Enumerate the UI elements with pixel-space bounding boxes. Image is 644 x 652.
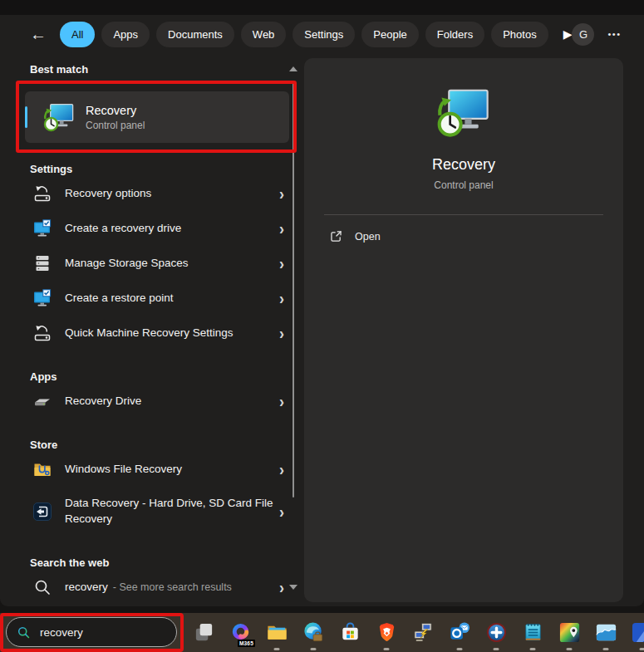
more-filters-icon[interactable]: ▶ [563,27,573,41]
preview-divider [324,214,603,215]
m365-badge: M365 [238,640,255,647]
quick-machine-recovery-icon [32,322,53,344]
recovery-control-panel-icon [43,103,75,132]
best-match-text: Recovery Control panel [86,104,145,131]
filter-tabs: All Apps Documents Web Settings People F… [60,22,572,47]
recovery-options-icon [32,183,53,204]
chevron-right-icon: › [279,579,284,596]
selection-accent-bar [25,106,27,128]
scrollbar-thumb[interactable] [293,82,294,498]
tab-photos[interactable]: Photos [491,22,548,47]
edge-browser-icon[interactable] [302,615,325,651]
result-label: Data Recovery - Hard Drive, SD Card File… [65,496,279,527]
open-external-icon [329,229,343,243]
running-indicator [567,648,573,650]
chevron-right-icon: › [279,185,284,203]
result-recovery-drive-app[interactable]: Recovery Drive › [17,384,296,419]
taskbar-search-input[interactable] [38,625,166,640]
outlook-icon[interactable] [448,615,471,651]
result-label: Create a restore point [65,291,179,306]
waveform-app-icon[interactable] [594,615,617,651]
tab-folders[interactable]: Folders [425,22,484,47]
result-create-recovery-drive[interactable]: Create a recovery drive › [17,211,296,246]
header-right-group: G ••• [572,23,621,46]
result-windows-file-recovery[interactable]: Windows File Recovery › [17,452,296,487]
search-filter-bar: ← All Apps Documents Web Settings People… [0,18,644,50]
taskbar: M365 [0,613,644,652]
taskbar-icons: M365 [192,613,644,652]
photos-pin-icon[interactable] [558,615,581,651]
running-indicator [640,648,644,650]
section-header-apps: Apps [17,369,296,384]
tab-people[interactable]: People [361,22,418,47]
running-indicator [494,648,499,650]
chevron-right-icon: › [279,393,284,410]
brave-browser-icon[interactable] [375,615,398,651]
preview-title: Recovery [432,156,495,174]
result-label: Recovery Drive [65,394,146,409]
preview-subtitle: Control panel [434,179,493,191]
m365-copilot-icon[interactable]: M365 [229,615,252,651]
chevron-right-icon: › [279,325,284,342]
running-indicator [384,648,390,650]
windows-file-recovery-icon [32,458,53,480]
taskbar-search-box[interactable] [6,617,177,647]
result-create-restore-point[interactable]: Create a restore point › [17,281,296,316]
running-indicator [530,648,536,650]
hard-drive-icon [32,390,53,412]
running-indicator [274,648,280,650]
search-icon [32,576,53,598]
task-view-icon[interactable] [192,615,215,651]
running-indicator [457,648,463,650]
back-arrow-icon[interactable]: ← [30,25,47,44]
data-recovery-icon [32,501,53,522]
result-data-recovery[interactable]: Data Recovery - Hard Drive, SD Card File… [17,487,296,537]
tab-all[interactable]: All [60,22,95,47]
result-quick-machine-recovery[interactable]: Quick Machine Recovery Settings › [17,316,296,351]
recovery-control-panel-icon [436,88,491,138]
open-action[interactable]: Open [329,229,381,243]
chevron-right-icon: › [279,503,284,521]
scrollbar-up-arrow-icon[interactable] [289,66,297,71]
result-label: Windows File Recovery [65,462,187,478]
scrollbar-down-arrow-icon[interactable] [289,585,297,590]
section-header-store: Store [17,437,296,452]
results-list: Best match Recovery Control panel Settin… [17,61,296,605]
restore-point-monitor-icon [32,287,53,309]
result-label: Recovery options [65,186,156,202]
tab-documents[interactable]: Documents [156,22,234,47]
partial-app-icon[interactable] [631,615,644,651]
tab-apps[interactable]: Apps [101,22,150,47]
result-web-search-recovery[interactable]: recovery - See more search results › [17,570,296,605]
recovery-drive-monitor-icon [32,218,53,239]
notepad-icon[interactable] [521,615,544,651]
search-icon [17,625,31,640]
tab-settings[interactable]: Settings [293,22,355,47]
remote-desktop-icon[interactable] [411,615,435,651]
running-indicator [603,648,609,650]
section-header-search-the-web: Search the web [17,555,296,570]
web-search-query: recovery [65,580,113,596]
file-explorer-icon[interactable] [265,615,288,651]
section-header-settings: Settings [17,161,296,176]
best-match-item-recovery[interactable]: Recovery Control panel [25,91,289,143]
result-label: Manage Storage Spaces [65,256,194,272]
web-search-suffix: - See more search results [113,581,232,593]
tab-web[interactable]: Web [241,22,287,47]
result-recovery-options[interactable]: Recovery options › [17,176,296,211]
result-manage-storage-spaces[interactable]: Manage Storage Spaces › [17,246,296,281]
result-label: Quick Machine Recovery Settings [65,326,238,341]
section-header-best-match: Best match [17,61,296,76]
chevron-right-icon: › [279,290,284,307]
ellipsis-menu-icon[interactable]: ••• [607,29,621,39]
best-match-title: Recovery [86,104,145,117]
account-avatar[interactable]: G [572,23,594,46]
microsoft-store-icon[interactable] [338,615,361,651]
add-new-icon[interactable] [484,615,508,651]
storage-spaces-icon [32,252,53,274]
best-match-subtitle: Control panel [86,120,145,131]
chevron-right-icon: › [279,255,284,272]
chevron-right-icon: › [279,220,284,238]
running-indicator [311,648,317,650]
result-label: Create a recovery drive [65,221,186,237]
